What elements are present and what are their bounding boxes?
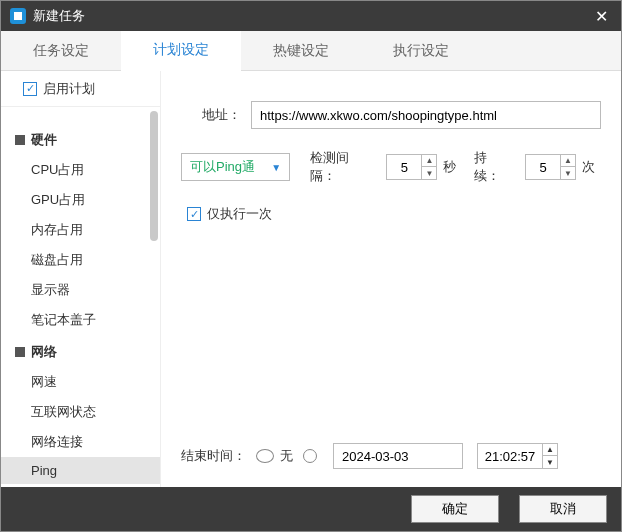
sidebar-item-mem[interactable]: 内存占用 (1, 215, 160, 245)
square-icon (15, 135, 25, 145)
sidebar-item-display[interactable]: 显示器 (1, 275, 160, 305)
end-date-input[interactable] (333, 443, 463, 469)
end-time-spinner[interactable]: ▲ ▼ (477, 443, 558, 469)
interval-input[interactable] (387, 159, 421, 176)
interval-spinner[interactable]: ▲ ▼ (386, 154, 437, 180)
cancel-button[interactable]: 取消 (519, 495, 607, 523)
group-hardware: 硬件 (1, 123, 160, 155)
sidebar-item-cpu[interactable]: CPU占用 (1, 155, 160, 185)
sidebar-item-disk[interactable]: 磁盘占用 (1, 245, 160, 275)
url-input[interactable] (251, 101, 601, 129)
spin-up-icon[interactable]: ▲ (543, 444, 557, 456)
sidebar-item-gpu[interactable]: GPU占用 (1, 185, 160, 215)
ok-button[interactable]: 确定 (411, 495, 499, 523)
duration-spinner[interactable]: ▲ ▼ (525, 154, 576, 180)
spin-down-icon[interactable]: ▼ (561, 167, 575, 179)
mode-select-value: 可以Ping通 (190, 158, 255, 176)
spin-up-icon[interactable]: ▲ (561, 155, 575, 167)
dialog-window: 新建任务 ✕ 任务设定 计划设定 热键设定 执行设定 ✓ 启用计划 硬件 CPU… (0, 0, 622, 532)
sidebar-item-internet[interactable]: 互联网状态 (1, 397, 160, 427)
enable-plan-label: 启用计划 (43, 80, 95, 98)
options-row: 可以Ping通 ▼ 检测间隔： ▲ ▼ 秒 持续： (181, 149, 601, 185)
end-time-input[interactable] (478, 448, 542, 465)
once-row[interactable]: ✓ 仅执行一次 (187, 205, 601, 223)
enable-plan-checkbox[interactable]: ✓ (23, 82, 37, 96)
duration-unit: 次 (582, 158, 595, 176)
spin-down-icon[interactable]: ▼ (543, 456, 557, 468)
url-row: 地址： (181, 101, 601, 129)
end-time-label: 结束时间： (181, 447, 246, 465)
spin-down-icon[interactable]: ▼ (422, 167, 436, 179)
duration-label: 持续： (474, 149, 513, 185)
mode-select[interactable]: 可以Ping通 ▼ (181, 153, 290, 181)
radio-none[interactable] (256, 449, 274, 463)
sidebar-panel: ✓ 启用计划 硬件 CPU占用 GPU占用 内存占用 磁盘占用 显示器 笔记本盖… (1, 71, 161, 487)
tab-bar: 任务设定 计划设定 热键设定 执行设定 (1, 31, 621, 71)
tab-hotkey[interactable]: 热键设定 (241, 31, 361, 70)
titlebar: 新建任务 ✕ (1, 1, 621, 31)
once-label: 仅执行一次 (207, 205, 272, 223)
chevron-down-icon: ▼ (271, 162, 281, 173)
body: ✓ 启用计划 硬件 CPU占用 GPU占用 内存占用 磁盘占用 显示器 笔记本盖… (1, 71, 621, 487)
group-network: 网络 (1, 335, 160, 367)
once-checkbox[interactable]: ✓ (187, 207, 201, 221)
sidebar-item-conn[interactable]: 网络连接 (1, 427, 160, 457)
url-label: 地址： (181, 106, 241, 124)
radio-date[interactable] (303, 449, 317, 463)
square-icon (15, 347, 25, 357)
svg-rect-1 (14, 12, 22, 20)
end-time-row: 结束时间： 无 ▲ ▼ (181, 443, 601, 469)
tab-exec[interactable]: 执行设定 (361, 31, 481, 70)
interval-label: 检测间隔： (310, 149, 374, 185)
sidebar-item-lid[interactable]: 笔记本盖子 (1, 305, 160, 335)
duration-input[interactable] (526, 159, 560, 176)
scrollbar-thumb[interactable] (150, 111, 158, 241)
sidebar-item-port[interactable]: 端口 (1, 484, 160, 487)
window-title: 新建任务 (33, 7, 589, 25)
group-network-label: 网络 (31, 343, 57, 361)
enable-plan-row[interactable]: ✓ 启用计划 (1, 71, 160, 107)
sidebar-item-ping[interactable]: Ping (1, 457, 160, 484)
sidebar-list: 硬件 CPU占用 GPU占用 内存占用 磁盘占用 显示器 笔记本盖子 网络 网速… (1, 107, 160, 487)
group-hardware-label: 硬件 (31, 131, 57, 149)
tab-task[interactable]: 任务设定 (1, 31, 121, 70)
spin-up-icon[interactable]: ▲ (422, 155, 436, 167)
close-icon[interactable]: ✕ (589, 4, 613, 28)
interval-unit: 秒 (443, 158, 456, 176)
sidebar-item-speed[interactable]: 网速 (1, 367, 160, 397)
tab-plan[interactable]: 计划设定 (121, 31, 241, 71)
content-panel: 地址： 可以Ping通 ▼ 检测间隔： ▲ ▼ 秒 (161, 71, 621, 487)
dialog-footer: 确定 取消 (1, 487, 621, 531)
sidebar-cutoff (1, 111, 160, 123)
app-logo-icon (9, 7, 27, 25)
radio-none-label: 无 (280, 447, 293, 465)
